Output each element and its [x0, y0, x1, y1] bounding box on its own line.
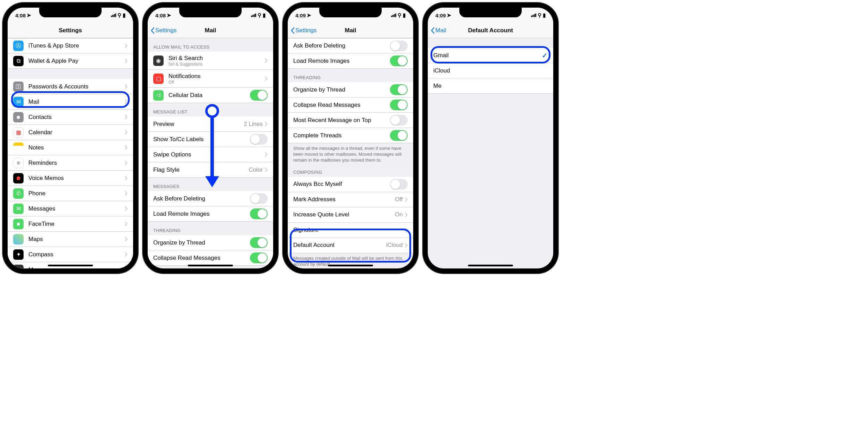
- mail-icon: ✉: [13, 97, 24, 107]
- row-notes[interactable]: Notes: [8, 140, 133, 155]
- organize-toggle[interactable]: [250, 237, 268, 248]
- row-cellular[interactable]: ⏿Cellular Data: [148, 88, 273, 103]
- row-compass[interactable]: ✦Compass: [8, 247, 133, 262]
- notes-icon: [13, 143, 24, 153]
- wifi-icon: ⚲: [258, 12, 261, 18]
- back-button[interactable]: Settings: [288, 27, 316, 34]
- option-gmail[interactable]: Gmail✓: [428, 48, 553, 63]
- page-title: Default Account: [428, 27, 553, 34]
- mail-settings-scrolled[interactable]: Ask Before Deleting Load Remote Images T…: [288, 38, 413, 268]
- wifi-icon: ⚲: [398, 12, 401, 18]
- row-voice[interactable]: ⏺Voice Memos: [8, 171, 133, 186]
- bcc-toggle[interactable]: [390, 179, 408, 190]
- row-messages[interactable]: ✉Messages: [8, 201, 133, 216]
- phone-4: 4:09➤ ⚲ ▮ Mail Default Account Gmail✓ iC…: [423, 3, 558, 273]
- row-bcc[interactable]: Always Bcc Myself: [288, 177, 413, 192]
- chevron-icon: [125, 191, 128, 196]
- settings-list[interactable]: ⒶiTunes & App Store ⧉Wallet & Apple Pay …: [8, 38, 133, 268]
- phone-3: 4:09➤ ⚲ ▮ Settings Mail Ask Before Delet…: [283, 3, 418, 273]
- recent-toggle[interactable]: [390, 115, 408, 126]
- ask-toggle[interactable]: [250, 193, 268, 204]
- voicememo-icon: ⏺: [13, 173, 24, 183]
- nav-bar: Mail Default Account: [428, 23, 553, 38]
- row-quote[interactable]: Increase Quote LevelOn: [288, 207, 413, 223]
- remote-toggle[interactable]: [390, 55, 408, 66]
- row-passwords[interactable]: ⚿Passwords & Accounts: [8, 79, 133, 94]
- chevron-icon: [125, 252, 128, 257]
- row-mail[interactable]: ✉Mail: [8, 94, 133, 110]
- row-reminders[interactable]: ≡Reminders: [8, 155, 133, 171]
- row-maps[interactable]: Maps: [8, 232, 133, 247]
- row-ask-delete[interactable]: Ask Before Deleting: [148, 191, 273, 206]
- collapse-toggle[interactable]: [390, 100, 408, 110]
- default-account-list[interactable]: Gmail✓ iCloud Me: [428, 38, 553, 268]
- chevron-icon: [405, 243, 408, 248]
- check-icon: ✓: [542, 51, 548, 60]
- section-header: THREADING: [288, 69, 413, 82]
- status-icons: ⚲ ▮: [531, 12, 546, 18]
- chevron-icon: [125, 222, 128, 226]
- status-time: 4:08: [155, 12, 166, 18]
- wifi-icon: ⚲: [538, 12, 541, 18]
- remote-toggle[interactable]: [250, 208, 268, 219]
- option-me[interactable]: Me: [428, 78, 553, 94]
- facetime-icon: ■: [13, 219, 24, 229]
- row-siri[interactable]: ◉Siri & SearchSiri & Suggestions: [148, 52, 273, 70]
- status-time: 4:09: [435, 12, 446, 18]
- page-title: Settings: [8, 27, 133, 34]
- back-icon: [150, 27, 155, 34]
- collapse-toggle[interactable]: [250, 252, 268, 263]
- home-indicator[interactable]: [188, 265, 233, 266]
- chevron-icon: [125, 206, 128, 211]
- location-icon: ➤: [167, 12, 171, 18]
- home-indicator[interactable]: [48, 265, 93, 266]
- battery-icon: ▮: [123, 12, 125, 18]
- chevron-icon: [265, 58, 268, 63]
- row-mark[interactable]: Mark AddressesOff: [288, 192, 413, 207]
- row-phone[interactable]: ✆Phone: [8, 186, 133, 201]
- row-collapse[interactable]: Collapse Read Messages: [148, 250, 273, 266]
- wifi-icon: ⚲: [118, 12, 121, 18]
- home-indicator[interactable]: [468, 265, 513, 266]
- row-contacts[interactable]: ☻Contacts: [8, 110, 133, 125]
- nav-bar: Settings Mail: [148, 23, 273, 38]
- row-ask-delete[interactable]: Ask Before Deleting: [288, 38, 413, 53]
- contacts-icon: ☻: [13, 112, 24, 122]
- row-organize[interactable]: Organize by Thread: [148, 235, 273, 250]
- row-complete[interactable]: Complete Threads: [288, 128, 413, 143]
- option-icloud[interactable]: iCloud: [428, 63, 553, 78]
- row-remote[interactable]: Load Remote Images: [148, 206, 273, 222]
- row-organize[interactable]: Organize by Thread: [288, 82, 413, 97]
- section-header: ALLOW MAIL TO ACCESS: [148, 38, 273, 52]
- ask-toggle[interactable]: [390, 41, 408, 51]
- status-time: 4:08: [15, 12, 26, 18]
- status-icons: ⚲ ▮: [391, 12, 406, 18]
- row-signature[interactable]: Signature: [288, 223, 413, 238]
- tocc-toggle[interactable]: [250, 134, 268, 145]
- row-itunes[interactable]: ⒶiTunes & App Store: [8, 38, 133, 53]
- wallet-icon: ⧉: [13, 56, 24, 66]
- chevron-icon: [265, 168, 268, 172]
- row-calendar[interactable]: ▦Calendar: [8, 125, 133, 140]
- chevron-icon: [265, 152, 268, 157]
- back-button[interactable]: Settings: [148, 27, 176, 34]
- chevron-icon: [405, 197, 408, 202]
- row-wallet[interactable]: ⧉Wallet & Apple Pay: [8, 53, 133, 69]
- chevron-icon: [125, 161, 128, 165]
- row-recent[interactable]: Most Recent Message on Top: [288, 113, 413, 128]
- phone-1: 4:08➤ ⚲ ▮ Settings ⒶiTunes & App Store ⧉…: [3, 3, 138, 273]
- home-indicator[interactable]: [328, 265, 373, 266]
- location-icon: ➤: [307, 12, 311, 18]
- row-collapse[interactable]: Collapse Read Messages: [288, 97, 413, 113]
- organize-toggle[interactable]: [390, 84, 408, 95]
- complete-toggle[interactable]: [390, 130, 408, 141]
- notifications-icon: ▢: [153, 74, 164, 84]
- back-button[interactable]: Mail: [428, 27, 446, 34]
- row-default-account[interactable]: Default AccountiCloud: [288, 238, 413, 253]
- row-notifications[interactable]: ▢NotificationsOff: [148, 70, 273, 88]
- row-remote[interactable]: Load Remote Images: [288, 53, 413, 69]
- status-icons: ⚲ ▮: [251, 12, 266, 18]
- row-facetime[interactable]: ■FaceTime: [8, 216, 133, 232]
- cellular-toggle[interactable]: [250, 90, 268, 101]
- nav-bar: Settings Mail: [288, 23, 413, 38]
